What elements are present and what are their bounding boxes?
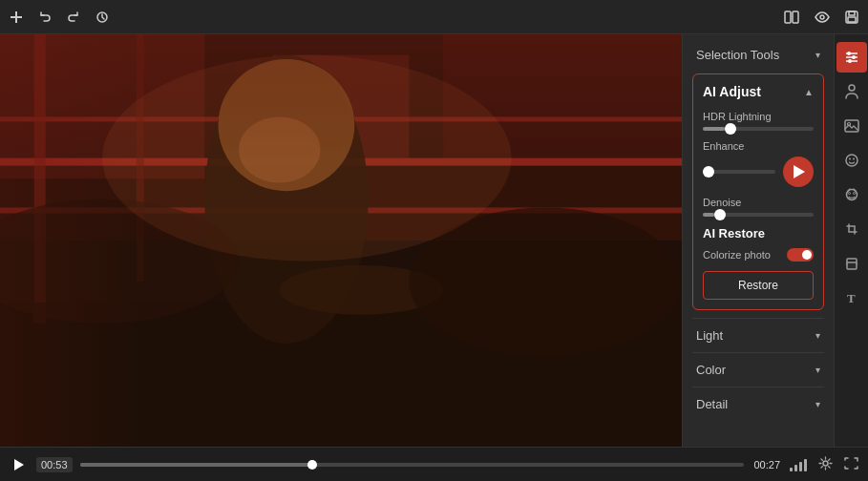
- ai-adjust-chevron: ▲: [804, 87, 814, 97]
- side-icons-strip: T: [834, 34, 868, 447]
- svg-point-5: [820, 15, 824, 19]
- light-section[interactable]: Light ▾: [692, 318, 824, 352]
- hdr-slider-track[interactable]: [703, 127, 814, 131]
- crop-icon[interactable]: [836, 214, 867, 244]
- denoise-slider-track[interactable]: [703, 213, 814, 217]
- svg-point-36: [846, 155, 857, 166]
- svg-point-21: [218, 59, 354, 191]
- sliders-icon[interactable]: [836, 42, 867, 73]
- timeline-play-button[interactable]: [10, 455, 29, 474]
- history-icon[interactable]: [95, 10, 109, 24]
- face-icon[interactable]: [836, 179, 867, 210]
- photo-icon[interactable]: [836, 111, 867, 141]
- layers-icon[interactable]: [836, 248, 867, 279]
- svg-point-30: [847, 52, 851, 55]
- svg-rect-14: [0, 158, 682, 166]
- svg-rect-9: [0, 34, 682, 447]
- detail-chevron: ▾: [815, 399, 820, 409]
- signal-bar-2: [794, 465, 797, 471]
- enhance-play-button[interactable]: [783, 157, 814, 187]
- enhance-label: Enhance: [703, 140, 814, 152]
- add-icon[interactable]: [10, 10, 23, 24]
- colorize-label: Colorize photo: [703, 249, 771, 261]
- selection-tools-header[interactable]: Selection Tools ▾: [692, 42, 824, 68]
- save-icon[interactable]: [845, 10, 858, 24]
- svg-point-32: [848, 59, 852, 63]
- svg-rect-12: [273, 55, 410, 158]
- svg-rect-4: [793, 11, 798, 23]
- top-toolbar: [0, 0, 868, 34]
- svg-point-40: [848, 193, 850, 195]
- timeline-thumb[interactable]: [307, 460, 317, 470]
- timeline-progress: [80, 463, 313, 467]
- enhance-slider-track[interactable]: [703, 170, 775, 174]
- enhance-row: [703, 157, 814, 187]
- ai-restore-section: AI Restore Colorize photo Restore: [703, 226, 814, 300]
- svg-rect-15: [0, 207, 682, 213]
- svg-point-45: [823, 461, 828, 466]
- hdr-section: HDR Lightning: [703, 111, 814, 131]
- timeline-bar: 00:53 00:27: [0, 447, 868, 481]
- svg-point-22: [280, 265, 443, 315]
- ai-adjust-header[interactable]: AI Adjust ▲: [703, 84, 814, 99]
- selection-tools-label: Selection Tools: [696, 48, 779, 62]
- undo-icon[interactable]: [38, 10, 52, 24]
- hdr-label: HDR Lightning: [703, 111, 814, 122]
- svg-rect-8: [848, 17, 856, 22]
- svg-point-25: [409, 207, 682, 356]
- detail-section[interactable]: Detail ▾: [692, 387, 824, 421]
- svg-rect-17: [34, 34, 46, 323]
- redo-icon[interactable]: [67, 10, 80, 24]
- svg-point-26: [102, 55, 511, 261]
- svg-rect-34: [845, 120, 858, 132]
- canvas-area[interactable]: [0, 34, 682, 447]
- svg-rect-11: [0, 34, 204, 178]
- denoise-section: Denoise: [703, 197, 814, 217]
- colorize-toggle[interactable]: [787, 248, 814, 261]
- svg-rect-13: [443, 34, 682, 158]
- svg-point-38: [853, 158, 855, 160]
- color-chevron: ▾: [815, 365, 820, 375]
- text-icon[interactable]: T: [836, 282, 867, 313]
- svg-rect-10: [0, 34, 682, 240]
- ai-adjust-panel: AI Adjust ▲ HDR Lightning Enhance: [692, 73, 824, 310]
- compare-icon[interactable]: [784, 10, 799, 24]
- svg-rect-7: [849, 11, 855, 15]
- timeline-right-controls: [790, 456, 858, 473]
- right-sidebar: Selection Tools ▾ AI Adjust ▲ HDR Lightn…: [682, 34, 868, 447]
- svg-text:T: T: [847, 291, 856, 304]
- svg-point-31: [852, 55, 856, 59]
- svg-point-33: [849, 85, 855, 91]
- fullscreen-icon[interactable]: [844, 457, 858, 472]
- color-label: Color: [696, 363, 726, 377]
- svg-point-24: [0, 199, 239, 324]
- svg-point-41: [853, 193, 855, 195]
- timeline-track[interactable]: [80, 463, 745, 467]
- play-triangle-icon: [794, 165, 805, 178]
- svg-point-20: [204, 55, 368, 344]
- svg-point-37: [849, 158, 851, 160]
- ai-adjust-title: AI Adjust: [703, 84, 761, 99]
- settings-icon[interactable]: [818, 456, 833, 473]
- toggle-knob: [802, 250, 812, 260]
- time-start-badge: 00:53: [36, 457, 73, 472]
- eye-icon[interactable]: [815, 11, 830, 23]
- person-icon[interactable]: [836, 76, 867, 107]
- sticker-icon[interactable]: [836, 145, 867, 176]
- signal-bar-4: [804, 459, 807, 471]
- colorize-row: Colorize photo: [703, 248, 814, 261]
- restore-button[interactable]: Restore: [703, 271, 814, 300]
- photo-background: [0, 34, 682, 447]
- denoise-label: Denoise: [703, 197, 814, 208]
- svg-rect-18: [137, 34, 144, 282]
- color-section[interactable]: Color ▾: [692, 352, 824, 387]
- detail-label: Detail: [696, 397, 728, 411]
- light-chevron: ▾: [815, 330, 820, 341]
- ai-restore-title: AI Restore: [703, 226, 814, 240]
- enhance-slider-wrap: [703, 170, 775, 174]
- panel-content: Selection Tools ▾ AI Adjust ▲ HDR Lightn…: [683, 34, 834, 447]
- svg-point-23: [239, 116, 321, 182]
- svg-rect-16: [0, 116, 682, 121]
- toolbar-right: [784, 10, 858, 24]
- signal-bars-icon: [790, 458, 807, 471]
